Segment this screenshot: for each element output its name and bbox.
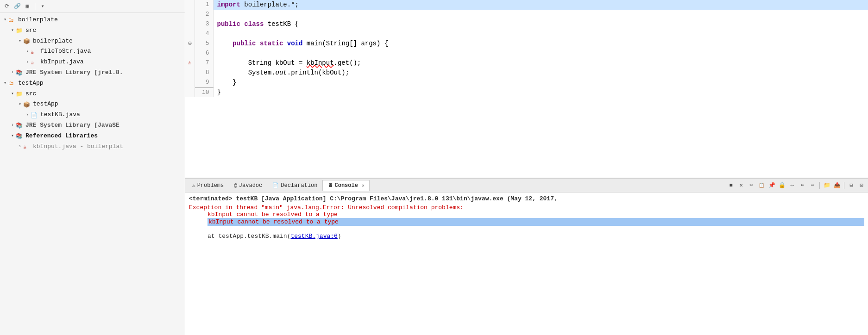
pin-btn[interactable]: 📌 [767,181,776,190]
library-icon-jre-bp: 📚 [16,69,24,76]
code-row-1: 1 import boilerplate.*; [185,0,868,10]
folder-icon-src-ta: 📁 [16,90,24,98]
label-src-testApp: src [25,89,36,99]
tree-item-pkg-testApp[interactable]: ▾ 📦 testApp [0,99,185,110]
java-error-icon-kbInput: ☕ [31,59,39,66]
code-row-8: 8 System.out.println(kbOut); [185,68,868,78]
gutter-5: ⊖ [185,39,195,49]
arrow-jre-ta[interactable]: › [9,122,16,129]
label-src-boilerplate: src [25,26,36,36]
label-ref-libs: Referenced Libraries [25,131,98,141]
javadoc-icon: @ [234,183,237,188]
tree-item-pkg-boilerplate[interactable]: ▾ 📦 boilerplate [0,36,185,47]
code-row-5: ⊖ 5 public static void main(String[] arg… [185,39,868,49]
left-panel: ⟳ 🔗 ▦ ▾ ▾ 🗂 boilerplate ▾ 📁 src ▾ 📦 boil… [0,0,185,335]
package-icon-ta: 📦 [23,101,31,108]
linenum-9: 9 [195,78,213,87]
linenum-10: 10 [195,87,213,97]
code-scroll[interactable]: 1 import boilerplate.*; 2 3 public class… [185,0,868,178]
sync-icon[interactable]: ⟳ [3,2,11,11]
console-content[interactable]: <terminated> testKB [Java Application] C… [185,192,868,335]
tree-item-kbInput-ref[interactable]: › ☕ kbInput.java - boilerplat [0,142,185,152]
tree-item-fileToStr[interactable]: › ☕ fileToStr.java [0,46,185,57]
code-row-4: 4 [185,29,868,39]
tab-label-problems: Problems [197,182,224,189]
export-btn[interactable]: 📤 [832,181,842,190]
code-row-7: ⚠ 7 String kbOut = kbInput.get(); [185,58,868,68]
bottom-panel: ⚠ Problems @ Javadoc 📄 Declaration 🖥 Con… [185,178,868,335]
arrow-ref-libs[interactable]: ▾ [9,132,16,140]
codeline-1[interactable]: import boilerplate.*; [213,0,868,10]
console-error-line1: Exception in thread "main" java.lang.Err… [189,204,864,211]
codeline-8[interactable]: System.out.println(kbOut); [213,68,868,78]
menu-icon[interactable]: ▦ [23,2,31,11]
code-table: 1 import boilerplate.*; 2 3 public class… [185,0,868,97]
tab-label-console: Console [334,182,358,189]
arrow-pkg[interactable]: ▾ [17,37,23,45]
clear-console-btn[interactable]: 📋 [757,181,766,190]
minimize-btn[interactable]: ⊟ [847,181,856,190]
package-icon: 📦 [23,37,31,45]
tree-item-kbInput[interactable]: › ☕ kbInput.java [0,57,185,68]
label-jre-testApp: JRE System Library [JavaSE [25,121,120,130]
down-icon[interactable]: ▾ [38,2,47,11]
label-fileToStr: fileToStr.java [40,47,91,56]
arrow-testKB: › [24,112,31,119]
project-icon: 🗂 [8,16,17,24]
label-pkg-testApp: testApp [33,99,58,109]
terminate-btn[interactable]: ✕ [736,181,746,190]
maximize-btn[interactable]: ⊡ [857,181,866,190]
tree-item-jre-testApp[interactable]: › 📚 JRE System Library [JavaSE [0,120,185,131]
codeline-6[interactable] [213,49,868,58]
tab-declaration[interactable]: 📄 Declaration [267,180,322,191]
tree-item-ref-libs[interactable]: ▾ 📚 Referenced Libraries [0,131,185,142]
next-btn[interactable]: ➡ [808,181,817,190]
tree-item-boilerplate-project[interactable]: ▾ 🗂 boilerplate [0,15,185,25]
console-stack-link[interactable]: testKB.java:6 [290,233,337,240]
codeline-5[interactable]: public static void main(String[] args) { [213,39,868,49]
codeline-2[interactable] [213,10,868,19]
tree-item-jre-boilerplate[interactable]: › 📚 JRE System Library [jre1.8. [0,68,185,78]
gutter-7: ⚠ [185,58,195,68]
arrow-jre-bp[interactable]: › [9,69,16,76]
arrow-testApp[interactable]: ▾ [2,80,8,87]
codeline-9[interactable]: } [213,78,868,87]
label-kbInput-ref: kbInput.java - boilerplat [33,142,123,152]
linenum-3: 3 [195,19,213,29]
arrow-fileToStr: › [24,48,31,56]
codeline-4[interactable] [213,29,868,39]
code-row-6: 6 [185,49,868,58]
word-wrap-btn[interactable]: ↔ [787,181,797,190]
tree-item-testKB[interactable]: › 📄 testKB.java [0,110,185,120]
arrow-src-ta[interactable]: ▾ [9,90,16,98]
code-row-10: 10 } [185,87,868,97]
tab-console[interactable]: 🖥 Console ✕ [322,180,369,191]
tab-javadoc[interactable]: @ Javadoc [229,180,267,191]
tree-item-src-testApp[interactable]: ▾ 📁 src [0,89,185,99]
codeline-10[interactable]: } [213,87,868,97]
stop-btn[interactable]: ■ [726,181,736,190]
separator [35,3,35,10]
link-icon[interactable]: 🔗 [13,2,21,11]
tab-problems[interactable]: ⚠ Problems [187,180,229,191]
lock-btn[interactable]: 🔒 [777,181,786,190]
codeline-7[interactable]: String kbOut = kbInput.get(); [213,58,868,68]
tab-label-declaration: Declaration [281,182,317,189]
console-stack-text: at testApp.testKB.main( [208,233,290,240]
console-close-icon[interactable]: ✕ [362,183,365,188]
codeline-3[interactable]: public class testKB { [213,19,868,29]
label-testApp: testApp [18,79,44,88]
linenum-7: 7 [195,58,213,68]
tree-item-src-boilerplate[interactable]: ▾ 📁 src [0,25,185,36]
arrow-src[interactable]: ▾ [9,27,16,34]
open-console-btn[interactable]: 📁 [822,181,831,190]
arrow-boilerplate[interactable]: ▾ [2,16,8,24]
arrow-pkg-ta[interactable]: ▾ [17,101,23,108]
console-stack-line: at testApp.testKB.main(testKB.java:6) [208,233,864,240]
label-kbInput: kbInput.java [40,57,84,67]
tree-item-testApp-project[interactable]: ▾ 🗂 testApp [0,78,185,89]
prev-btn[interactable]: ⬅ [798,181,807,190]
linenum-1: 1 [195,0,213,10]
code-row-9: 9 } [185,78,868,87]
remove-launch-btn[interactable]: ✂ [747,181,756,190]
